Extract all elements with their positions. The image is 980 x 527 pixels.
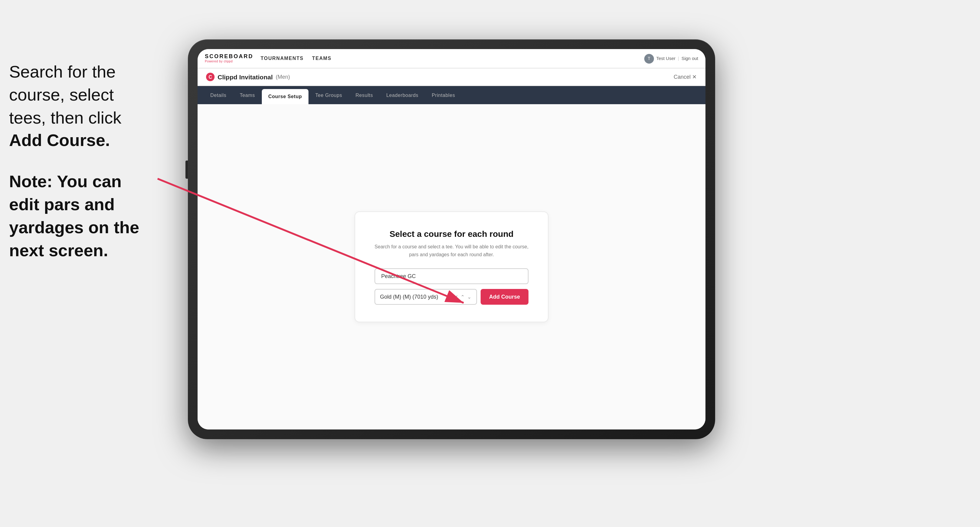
cancel-button[interactable]: Cancel ✕ — [674, 74, 697, 80]
nav-items: TOURNAMENTS TEAMS — [261, 56, 331, 61]
tablet-screen: SCOREBOARD Powered by clippd TOURNAMENTS… — [197, 49, 705, 430]
note-instruction: Note: You can edit pars and yardages on … — [9, 170, 185, 262]
user-info: T Test User | Sign out — [644, 54, 698, 63]
tab-printables[interactable]: Printables — [425, 86, 462, 104]
brand-name: SCOREBOARD — [205, 54, 253, 59]
main-instruction: Search for the course, select tees, then… — [9, 60, 185, 152]
tab-tee-groups[interactable]: Tee Groups — [309, 86, 349, 104]
tournament-header: C Clippd Invitational (Men) Cancel ✕ — [197, 68, 705, 86]
tablet-outer: SCOREBOARD Powered by clippd TOURNAMENTS… — [188, 40, 715, 439]
tab-details[interactable]: Details — [204, 86, 233, 104]
add-course-button[interactable]: Add Course — [480, 289, 528, 305]
tab-leaderboards[interactable]: Leaderboards — [380, 86, 425, 104]
card-description: Search for a course and select a tee. Yo… — [375, 243, 528, 259]
brand-tagline: Powered by clippd — [205, 59, 253, 63]
top-navigation: SCOREBOARD Powered by clippd TOURNAMENTS… — [197, 49, 705, 68]
chevron-icon: ⌃ — [461, 294, 465, 300]
course-setup-card: Select a course for each round Search fo… — [355, 211, 549, 322]
tee-selection-row: Gold (M) (M) (7010 yds) ✕ ⌃ ⌄ Add Course — [375, 289, 528, 305]
brand-logo: SCOREBOARD Powered by clippd — [205, 54, 253, 63]
user-avatar: T — [644, 54, 654, 63]
course-search-input[interactable]: Peachtree GC — [375, 269, 528, 284]
tab-navigation: Details Teams Course Setup Tee Groups Re… — [197, 86, 705, 104]
clear-icon[interactable]: ✕ — [454, 294, 458, 300]
tablet-device: SCOREBOARD Powered by clippd TOURNAMENTS… — [188, 40, 715, 439]
tab-teams[interactable]: Teams — [233, 86, 261, 104]
tab-course-setup[interactable]: Course Setup — [261, 89, 309, 104]
clippd-icon: C — [206, 73, 215, 81]
tee-dropdown[interactable]: Gold (M) (M) (7010 yds) ✕ ⌃ ⌄ — [375, 289, 477, 305]
tab-results[interactable]: Results — [349, 86, 380, 104]
chevron-down-icon: ⌄ — [467, 294, 471, 300]
tee-dropdown-controls: ✕ ⌃ ⌄ — [454, 294, 471, 300]
tournament-title: C Clippd Invitational (Men) — [206, 73, 290, 81]
main-content: Select a course for each round Search fo… — [197, 104, 705, 430]
tournament-name: Clippd Invitational — [218, 73, 273, 81]
tournament-meta: (Men) — [276, 74, 290, 80]
nav-teams[interactable]: TEAMS — [312, 56, 331, 61]
card-title: Select a course for each round — [375, 229, 528, 238]
user-label: Test User — [656, 56, 675, 61]
nav-tournaments[interactable]: TOURNAMENTS — [261, 56, 304, 61]
instruction-panel: Search for the course, select tees, then… — [9, 60, 185, 262]
tee-dropdown-label: Gold (M) (M) (7010 yds) — [380, 294, 438, 300]
sign-out-link[interactable]: Sign out — [681, 56, 698, 61]
